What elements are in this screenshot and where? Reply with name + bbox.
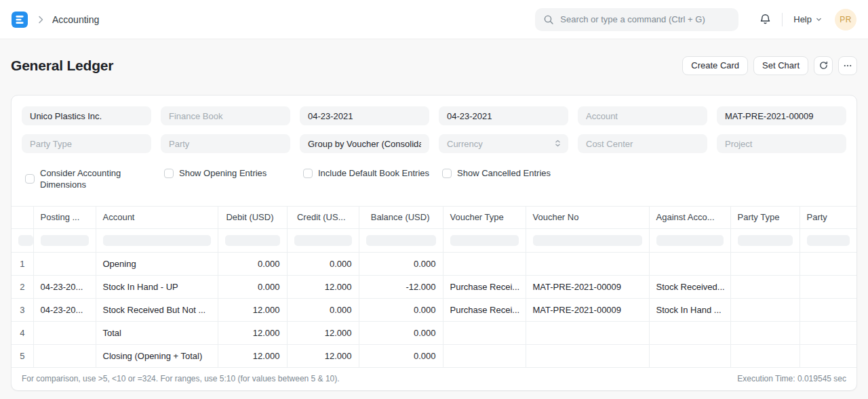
page-actions: Create Card Set Chart xyxy=(682,56,857,75)
project-filter[interactable] xyxy=(717,134,846,153)
ledger-table-wrap: Posting ...AccountDebit (USD)Credit (US.… xyxy=(12,206,856,368)
column-filter-input[interactable] xyxy=(656,235,724,246)
refresh-button[interactable] xyxy=(814,56,833,75)
execution-time: Execution Time: 0.019545 sec xyxy=(737,374,846,383)
cell: Stock Received... xyxy=(649,275,730,298)
column-header[interactable]: Against Acco... xyxy=(649,207,730,228)
column-header[interactable]: Party xyxy=(800,207,856,228)
cell: MAT-PRE-2021-00009 xyxy=(526,298,649,321)
checkbox-icon xyxy=(303,169,313,178)
help-label: Help xyxy=(793,14,812,24)
checkbox-icon xyxy=(442,169,452,178)
user-avatar[interactable]: PR xyxy=(835,9,856,30)
cell: 0.000 xyxy=(359,321,443,344)
column-header[interactable]: Posting ... xyxy=(33,207,96,228)
column-filter-input[interactable] xyxy=(225,235,280,246)
group-by-filter[interactable] xyxy=(300,134,429,153)
app-logo[interactable] xyxy=(12,12,28,28)
cell: 04-23-20... xyxy=(33,275,96,298)
cell xyxy=(33,252,96,275)
filter-cell xyxy=(649,228,730,252)
filter-cell xyxy=(526,228,649,252)
navbar: Accounting Search or type a command (Ctr… xyxy=(0,0,868,39)
help-menu[interactable]: Help xyxy=(793,14,823,24)
filter-cell xyxy=(359,228,443,252)
menu-button[interactable] xyxy=(838,56,857,75)
cell: 12.000 xyxy=(287,321,359,344)
column-header[interactable]: Voucher Type xyxy=(443,207,526,228)
table-row: 4Total12.00012.0000.000 xyxy=(12,321,856,344)
show-opening-entries-checkbox[interactable]: Show Opening Entries xyxy=(164,167,290,179)
cell xyxy=(730,344,800,367)
to-date-filter[interactable] xyxy=(439,106,568,125)
currency-filter[interactable] xyxy=(439,134,568,153)
include-default-book-entries-checkbox[interactable]: Include Default Book Entries xyxy=(303,167,429,179)
set-chart-button[interactable]: Set Chart xyxy=(753,56,808,75)
company-filter[interactable] xyxy=(22,106,151,125)
column-header[interactable]: Credit (US... xyxy=(287,207,359,228)
filter-cell xyxy=(287,228,359,252)
page-title: General Ledger xyxy=(11,58,682,74)
filter-cell xyxy=(33,228,96,252)
cell: 12.000 xyxy=(218,298,287,321)
column-filter-input[interactable] xyxy=(738,235,793,246)
column-header[interactable]: Party Type xyxy=(730,207,800,228)
column-header[interactable]: Balance (USD) xyxy=(359,207,443,228)
cell: 0.000 xyxy=(218,252,287,275)
cell: Stock In Hand ... xyxy=(649,298,730,321)
column-header[interactable]: Debit (USD) xyxy=(218,207,287,228)
party-type-filter[interactable] xyxy=(22,134,151,153)
cell: Stock In Hand - UP xyxy=(96,275,218,298)
from-date-filter[interactable] xyxy=(300,106,429,125)
ellipsis-icon xyxy=(843,61,852,70)
column-filter-input[interactable] xyxy=(41,235,89,246)
cell: Purchase Recei... xyxy=(443,298,526,321)
filters-section: Consider Accounting Dimensions Show Open… xyxy=(12,96,856,190)
create-card-button[interactable]: Create Card xyxy=(682,56,748,75)
column-header[interactable]: Account xyxy=(96,207,218,228)
column-filter-input[interactable] xyxy=(450,235,519,246)
column-filter-input[interactable] xyxy=(366,235,436,246)
row-index: 2 xyxy=(12,275,33,298)
search-icon xyxy=(543,14,554,25)
cell xyxy=(800,252,856,275)
global-search-input[interactable]: Search or type a command (Ctrl + G) xyxy=(535,8,738,31)
row-index: 1 xyxy=(12,252,33,275)
show-cancelled-entries-checkbox[interactable]: Show Cancelled Entries xyxy=(442,167,568,179)
cell xyxy=(800,275,856,298)
navbar-right: Help PR xyxy=(738,9,856,30)
cell: MAT-PRE-2021-00009 xyxy=(526,275,649,298)
cell xyxy=(730,298,800,321)
column-header[interactable]: Voucher No xyxy=(526,207,649,228)
cell xyxy=(443,344,526,367)
consider-accounting-dimensions-checkbox[interactable]: Consider Accounting Dimensions xyxy=(25,167,151,190)
cell xyxy=(526,252,649,275)
row-index: 3 xyxy=(12,298,33,321)
ledger-table: Posting ...AccountDebit (USD)Credit (US.… xyxy=(12,207,856,368)
navbar-divider xyxy=(782,13,783,26)
cell xyxy=(730,252,800,275)
card-footer: For comparison, use >5, <10 or =324. For… xyxy=(12,368,856,391)
filter-cell xyxy=(443,228,526,252)
cell: 0.000 xyxy=(359,252,443,275)
cell xyxy=(730,275,800,298)
checkbox-icon xyxy=(25,174,35,184)
column-header[interactable] xyxy=(12,207,33,228)
voucher-no-filter[interactable] xyxy=(717,106,846,125)
finance-book-filter[interactable] xyxy=(161,106,290,125)
column-filter-input[interactable] xyxy=(533,235,642,246)
filter-cell xyxy=(730,228,800,252)
cost-center-filter[interactable] xyxy=(578,134,707,153)
page-header: General Ledger Create Card Set Chart xyxy=(0,39,868,95)
cell: 0.000 xyxy=(359,344,443,367)
column-filter-input[interactable] xyxy=(18,235,33,246)
breadcrumb-accounting[interactable]: Accounting xyxy=(52,14,99,25)
notifications-bell-icon[interactable] xyxy=(760,14,771,25)
column-filter-input[interactable] xyxy=(294,235,352,246)
account-filter[interactable] xyxy=(578,106,707,125)
cell: 0.000 xyxy=(287,298,359,321)
party-filter[interactable] xyxy=(161,134,290,153)
column-filter-row xyxy=(12,228,856,252)
column-filter-input[interactable] xyxy=(103,235,211,246)
column-filter-input[interactable] xyxy=(807,235,850,246)
